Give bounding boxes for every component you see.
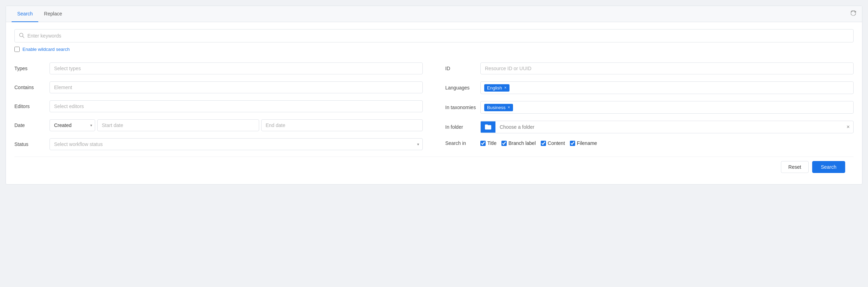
languages-label: Languages [445, 85, 480, 91]
in-folder-row: In folder × [434, 117, 854, 137]
date-type-wrapper: Created Modified Published ▾ [50, 119, 95, 131]
keyword-input[interactable] [27, 29, 849, 42]
taxonomy-tag-business-close[interactable]: × [508, 105, 510, 109]
app-container: Search Replace [0, 6, 868, 287]
language-tag-english-label: English [487, 85, 502, 91]
status-label: Status [14, 141, 50, 147]
search-in-content-label[interactable]: Content [548, 140, 565, 146]
search-in-control: Title Branch label Content [480, 140, 854, 146]
contains-control [50, 81, 423, 93]
search-in-row: Search in Title Branch label [434, 137, 854, 149]
status-control: Select workflow status Draft In Review P… [50, 138, 423, 150]
search-in-branch-label-label[interactable]: Branch label [508, 140, 536, 146]
date-start-input[interactable] [97, 119, 259, 131]
status-select-wrapper: Select workflow status Draft In Review P… [50, 138, 423, 150]
folder-clear-button[interactable]: × [843, 121, 853, 133]
types-row: Types [14, 59, 434, 78]
main-panel: Search Replace [6, 6, 862, 185]
date-type-select[interactable]: Created Modified Published [50, 119, 95, 131]
status-row: Status Select workflow status Draft In R… [14, 135, 434, 154]
wildcard-label[interactable]: Enable wildcard search [22, 47, 70, 52]
keyword-row [14, 29, 854, 42]
search-in-title-checkbox[interactable] [480, 141, 486, 146]
editors-row: Editors [14, 97, 434, 116]
folder-browse-button[interactable] [481, 121, 495, 133]
id-row: ID [434, 59, 854, 78]
editors-input[interactable] [50, 100, 423, 112]
tabs-bar: Search Replace [6, 6, 862, 22]
search-in-label: Search in [445, 140, 480, 146]
reset-button[interactable]: Reset [781, 161, 809, 173]
wildcard-checkbox[interactable] [14, 47, 20, 52]
svg-line-1 [23, 36, 24, 38]
language-tag-english: English × [484, 84, 509, 92]
search-in-options: Title Branch label Content [480, 140, 854, 146]
editors-label: Editors [14, 104, 50, 109]
search-in-filename-label[interactable]: Filename [577, 140, 597, 146]
tab-replace[interactable]: Replace [38, 6, 67, 22]
in-taxonomies-tag-input[interactable]: Business × [480, 101, 854, 114]
action-row: Reset Search [14, 156, 854, 179]
search-button[interactable]: Search [812, 161, 845, 173]
in-taxonomies-control: Business × [480, 101, 854, 114]
languages-control: English × [480, 81, 854, 94]
search-in-branch-label-item: Branch label [501, 140, 536, 146]
types-input[interactable] [50, 62, 423, 74]
left-column: Types Contains Editors [14, 59, 434, 154]
search-in-title-label[interactable]: Title [487, 140, 497, 146]
date-control: Created Modified Published ▾ [50, 119, 423, 131]
languages-row: Languages English × [434, 78, 854, 98]
in-folder-control: × [480, 121, 854, 133]
types-control [50, 62, 423, 74]
taxonomy-tag-business-label: Business [487, 105, 506, 110]
date-label: Date [14, 122, 50, 128]
editors-control [50, 100, 423, 112]
in-taxonomies-label: In taxonomies [445, 105, 480, 110]
languages-tag-input[interactable]: English × [480, 81, 854, 94]
contains-row: Contains [14, 78, 434, 97]
in-taxonomies-row: In taxonomies Business × [434, 98, 854, 117]
id-label: ID [445, 66, 480, 71]
search-in-filename-checkbox[interactable] [570, 141, 575, 146]
keyword-input-wrapper [14, 29, 854, 42]
search-in-branch-label-checkbox[interactable] [501, 141, 507, 146]
types-label: Types [14, 66, 50, 71]
contains-label: Contains [14, 85, 50, 90]
id-control [480, 62, 854, 74]
search-in-content-item: Content [541, 140, 565, 146]
date-end-input[interactable] [261, 119, 423, 131]
id-input[interactable] [480, 62, 854, 74]
search-in-title-item: Title [480, 140, 497, 146]
search-in-filename-item: Filename [570, 140, 597, 146]
search-in-content-checkbox[interactable] [541, 141, 546, 146]
date-row: Date Created Modified Published ▾ [14, 116, 434, 135]
wildcard-row: Enable wildcard search [14, 47, 854, 52]
folder-control-wrapper: × [480, 121, 854, 133]
status-select[interactable]: Select workflow status Draft In Review P… [50, 138, 423, 150]
taxonomy-tag-business: Business × [484, 104, 513, 111]
search-form: Enable wildcard search Types Contains [6, 22, 862, 184]
in-folder-label: In folder [445, 124, 480, 130]
right-column: ID Languages English × [434, 59, 854, 154]
tab-search[interactable]: Search [12, 6, 38, 22]
fields-grid: Types Contains Editors [14, 59, 854, 154]
search-icon [19, 33, 25, 39]
language-tag-english-close[interactable]: × [504, 86, 507, 90]
folder-input[interactable] [495, 121, 843, 133]
contains-input[interactable] [50, 81, 423, 93]
refresh-icon[interactable] [851, 11, 856, 18]
